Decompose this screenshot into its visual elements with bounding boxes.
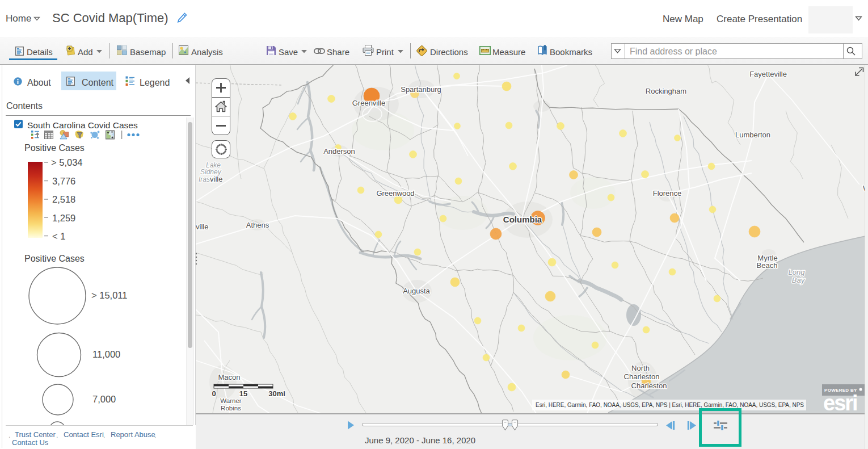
svg-text:Fayetteville: Fayetteville [749,70,787,78]
svg-text:Macon: Macon [218,373,240,381]
svg-text:0: 0 [212,389,216,398]
svg-text:Greenwood: Greenwood [376,189,414,198]
svg-text:Esri, HERE, Garmin, FAO, NOAA,: Esri, HERE, Garmin, FAO, NOAA, USGS, EPA… [536,401,804,408]
svg-text:Augusta: Augusta [403,287,430,295]
svg-text:15: 15 [239,389,247,398]
svg-text:Warner: Warner [220,397,241,404]
svg-text:North: North [631,364,650,372]
svg-text:ville: ville [210,175,222,183]
svg-text:Lumberton: Lumberton [735,131,770,139]
svg-text:Athens: Athens [246,221,269,229]
svg-text:esri: esri [823,391,857,413]
svg-text:Spartanburg: Spartanburg [401,85,441,94]
svg-text:Rockingham: Rockingham [646,87,686,95]
svg-text:Robins: Robins [221,405,241,412]
svg-text:Florence: Florence [653,189,682,198]
svg-text:Columbia: Columbia [503,215,542,224]
svg-text:Anderson: Anderson [323,147,355,156]
svg-text:30mi: 30mi [268,389,285,398]
svg-text:Bay: Bay [792,276,806,284]
svg-text:Beach: Beach [757,261,778,270]
svg-text:Long: Long [789,268,806,276]
svg-text:Charleston: Charleston [624,372,660,381]
svg-text:Greenville: Greenville [352,99,386,107]
svg-text:ville: ville [196,223,208,231]
svg-text:Charleston: Charleston [631,381,667,390]
